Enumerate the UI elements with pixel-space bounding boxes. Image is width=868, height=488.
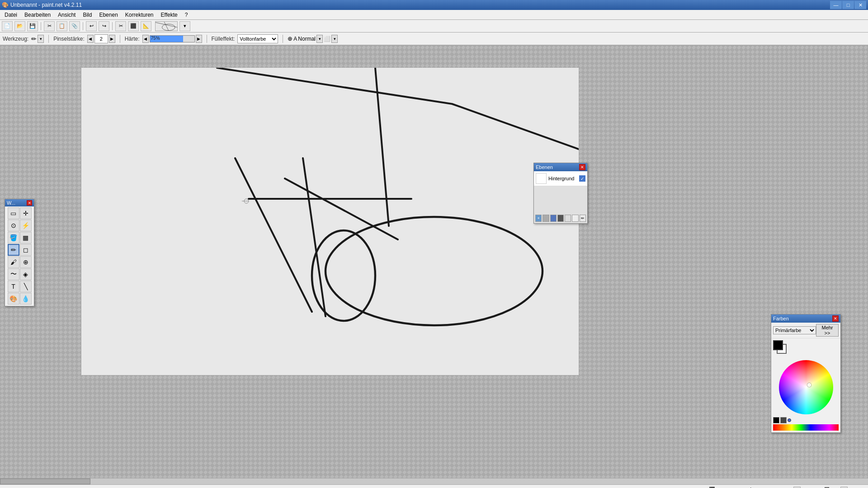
- select-rect-tool[interactable]: ▭: [8, 207, 19, 219]
- maximize-button[interactable]: □: [842, 1, 854, 9]
- colors-close-button[interactable]: ✕: [832, 315, 839, 322]
- menu-korrekturen[interactable]: Korrekturen: [122, 11, 157, 19]
- harte-control: ◀ 75% ▶: [142, 35, 202, 43]
- toolbar-sep-3: [112, 22, 113, 30]
- line-tool[interactable]: ╲: [20, 281, 32, 292]
- copy-button[interactable]: 📋: [57, 21, 67, 31]
- thumbnail-dropdown[interactable]: ▾: [179, 21, 190, 31]
- magic-wand-tool[interactable]: ⚡: [20, 220, 32, 231]
- blend-mode-dropdown[interactable]: ▾: [316, 35, 323, 43]
- color-palette-tool[interactable]: 🎨: [8, 293, 19, 305]
- harte-right[interactable]: ▶: [196, 35, 202, 43]
- tool-row-2: ⊙ ⚡: [6, 220, 33, 231]
- pinselstarke-input[interactable]: [94, 34, 108, 43]
- title-bar-title: Unbenannt - paint.net v4.2.11: [10, 2, 82, 8]
- sharpen-tool[interactable]: ◈: [20, 268, 32, 280]
- layers-light2[interactable]: [572, 215, 578, 222]
- mehr-button[interactable]: Mehr >>: [816, 324, 839, 337]
- layers-add-button[interactable]: +: [535, 215, 542, 222]
- color-wheel[interactable]: [779, 360, 833, 414]
- cut-button[interactable]: ✂: [44, 21, 55, 31]
- text-tool[interactable]: T: [8, 281, 19, 292]
- menu-help[interactable]: ?: [181, 11, 192, 19]
- paint-bucket-tool[interactable]: 🪣: [8, 232, 19, 244]
- save-file-button[interactable]: 💾: [27, 21, 38, 31]
- canvas-area[interactable]: W... ✕ ▭ ✛ ⊙ ⚡ 🪣 ▦ ✏ ◻: [0, 45, 868, 478]
- colors-panel-header[interactable]: Farben ✕: [771, 314, 840, 323]
- status-right: ⬛ 800 × 600 ✛ 256, 259 px − + 400%: [709, 487, 865, 488]
- zoom-out-button[interactable]: −: [793, 487, 801, 488]
- menu-datei[interactable]: Datei: [1, 11, 21, 19]
- menu-ansicht[interactable]: Ansicht: [54, 11, 79, 19]
- brush-tool[interactable]: 🖌: [8, 256, 19, 268]
- eraser-tool[interactable]: ◻: [20, 244, 32, 256]
- bottom-scrollbar[interactable]: [0, 478, 868, 484]
- layer-item[interactable]: Hintergrund ✓: [534, 171, 587, 186]
- primary-color-swatch[interactable]: [773, 340, 783, 350]
- toolbar-sep-1: [41, 22, 41, 30]
- main-area: W... ✕ ▭ ✛ ⊙ ⚡ 🪣 ▦ ✏ ◻: [0, 45, 868, 478]
- layers-blue[interactable]: [550, 215, 557, 222]
- toolbox-title-bar[interactable]: W... ✕: [5, 199, 34, 206]
- drawing-canvas[interactable]: [81, 68, 579, 375]
- crop-button[interactable]: ✂: [115, 21, 126, 31]
- fulleffekt-select[interactable]: Volltonfarbe: [237, 34, 278, 43]
- opacity-dropdown[interactable]: ▾: [331, 35, 338, 43]
- layers-panel-header[interactable]: Ebenen ✕: [534, 163, 587, 171]
- tool-row-7: T ╲: [6, 281, 33, 292]
- pinselstarke-left[interactable]: ◀: [87, 35, 94, 43]
- new-file-button[interactable]: 📄: [2, 21, 13, 31]
- scrollbar-track[interactable]: [0, 479, 868, 484]
- gradient-tool[interactable]: ▦: [20, 232, 32, 244]
- swatch-stack: [773, 340, 789, 357]
- layers-light1[interactable]: [565, 215, 571, 222]
- menu-effekte[interactable]: Effekte: [157, 11, 181, 19]
- layers-close-button[interactable]: ✕: [579, 164, 585, 170]
- toolbox-close-button[interactable]: ✕: [27, 200, 32, 206]
- werkzeug-dropdown[interactable]: ▾: [38, 35, 44, 43]
- pencil-tool-icon: ✏: [31, 35, 37, 42]
- layers-dark[interactable]: [557, 215, 564, 222]
- options-sep-1: [48, 35, 49, 43]
- toolbox-window: W... ✕ ▭ ✛ ⊙ ⚡ 🪣 ▦ ✏ ◻: [5, 199, 34, 306]
- layers-edit[interactable]: ✏: [580, 215, 586, 222]
- move-tool[interactable]: ✛: [20, 207, 32, 219]
- color-indicator: [788, 418, 791, 422]
- color-picker-tool[interactable]: 💧: [20, 293, 32, 305]
- color-wheel-overlay: [779, 360, 833, 414]
- black-swatch[interactable]: [773, 417, 779, 423]
- stamp-tool[interactable]: ⊕: [20, 256, 32, 268]
- zoom-in-button[interactable]: +: [840, 487, 848, 488]
- redo-button[interactable]: ↪: [99, 21, 109, 31]
- pencil-tool[interactable]: ✏: [8, 244, 19, 256]
- undo-button[interactable]: ↩: [86, 21, 97, 31]
- color-mode-select[interactable]: Primärfarbe Sekundärfarbe: [773, 326, 816, 334]
- close-button[interactable]: ✕: [854, 1, 866, 9]
- tool-row-3: 🪣 ▦: [6, 232, 33, 244]
- layer-visibility-check[interactable]: ✓: [579, 175, 585, 182]
- colors-toolbar: Primärfarbe Sekundärfarbe Mehr >>: [771, 323, 840, 338]
- menu-ebenen[interactable]: Ebenen: [95, 11, 121, 19]
- open-file-button[interactable]: 📂: [14, 21, 25, 31]
- minimize-button[interactable]: —: [830, 1, 842, 9]
- harte-left[interactable]: ◀: [142, 35, 149, 43]
- scrollbar-thumb[interactable]: [0, 479, 90, 484]
- menu-bearbeiten[interactable]: Bearbeiten: [21, 11, 54, 19]
- harte-slider[interactable]: 75%: [150, 35, 195, 42]
- tool-row-4: ✏ ◻: [6, 244, 33, 256]
- darkgray-swatch[interactable]: [780, 417, 787, 423]
- rotate-button[interactable]: 📐: [141, 21, 151, 31]
- paste-button[interactable]: 📎: [69, 21, 80, 31]
- lasso-tool[interactable]: ⊙: [8, 220, 19, 231]
- pinselstarke-right[interactable]: ▶: [109, 35, 115, 43]
- smudge-tool[interactable]: 〜: [8, 268, 19, 280]
- thumbnail-preview: [155, 21, 178, 31]
- layers-gray1[interactable]: [542, 215, 549, 222]
- svg-point-3: [326, 217, 542, 325]
- resize-button[interactable]: ⬛: [128, 21, 139, 31]
- blend-icon-2: Α: [293, 36, 297, 42]
- spectrum-bar[interactable]: [773, 424, 839, 431]
- harte-value: 75%: [151, 36, 160, 41]
- menu-bild[interactable]: Bild: [79, 11, 95, 19]
- color-wheel-cursor: [807, 383, 811, 387]
